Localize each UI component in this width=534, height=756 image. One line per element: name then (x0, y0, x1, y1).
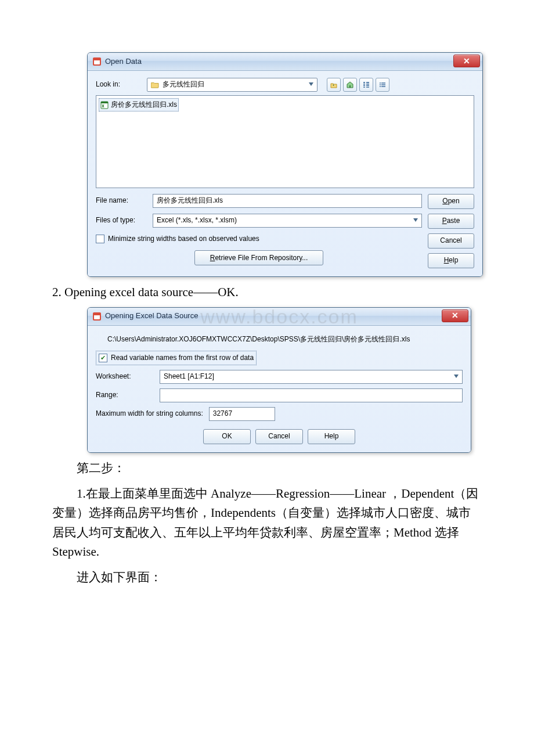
open-data-dialog: Open Data ✕ Look in: 多元线性回归 (87, 52, 483, 277)
lookin-toolbar (327, 78, 389, 92)
open-excel-dialog: Opening Excel Data Source ✕ www.bdocx.co… (87, 307, 471, 453)
filename-input[interactable]: 房价多元线性回归.xls (153, 194, 422, 208)
up-folder-icon (330, 81, 338, 89)
close-button[interactable]: ✕ (442, 309, 468, 322)
filetype-value: Excel (*.xls, *.xlsx, *.xlsm) (157, 215, 237, 226)
svg-rect-5 (363, 84, 365, 86)
home-button[interactable] (343, 78, 357, 92)
read-var-checkbox[interactable] (99, 354, 107, 362)
open-excel-body: C:\Users\Administrator.XOJ6OFMXTWCCX7Z\D… (88, 326, 471, 452)
app-icon (92, 57, 102, 66)
retrieve-label-rest: etrieve File From Repository... (215, 254, 308, 262)
svg-rect-17 (101, 102, 108, 103)
worksheet-select[interactable]: Sheet1 [A1:F12] (160, 370, 463, 384)
svg-rect-8 (366, 84, 369, 86)
details-view-icon (362, 81, 370, 89)
retrieve-button[interactable]: Retrieve File From Repository... (194, 250, 323, 265)
lookin-label: Look in: (96, 79, 142, 90)
worksheet-value: Sheet1 [A1:F12] (164, 371, 214, 382)
svg-rect-2 (94, 59, 100, 60)
svg-rect-6 (363, 87, 365, 88)
caption-open-excel: 2. Opening excel data source——OK. (52, 283, 482, 303)
svg-rect-3 (349, 85, 351, 88)
maxwidth-input[interactable]: 32767 (209, 407, 275, 421)
list-view-button[interactable] (376, 78, 389, 92)
lookin-value: 多元线性回归 (163, 79, 204, 90)
svg-rect-20 (94, 314, 100, 315)
close-icon: ✕ (452, 309, 459, 322)
filename-label: File name: (96, 195, 148, 206)
folder-icon (151, 81, 159, 88)
home-icon (346, 81, 354, 89)
file-list[interactable]: 房价多元线性回归.xls (96, 95, 474, 188)
chevron-down-icon (413, 218, 418, 222)
close-icon: ✕ (463, 55, 470, 67)
xls-file-icon (100, 101, 109, 109)
file-item-label: 房价多元线性回归.xls (111, 99, 177, 110)
svg-rect-15 (381, 86, 385, 87)
maxwidth-label: Maximum width for string columns: (96, 408, 203, 419)
maxwidth-value: 32767 (213, 408, 232, 419)
help-button[interactable]: Help (428, 253, 474, 268)
file-path: C:\Users\Administrator.XOJ6OFMXTWCCX7Z\D… (107, 334, 463, 345)
cancel-button[interactable]: Cancel (255, 429, 303, 444)
open-button[interactable]: Open (428, 194, 474, 209)
open-data-titlebar[interactable]: Open Data ✕ (88, 53, 482, 71)
svg-rect-14 (381, 84, 385, 85)
svg-rect-7 (366, 82, 369, 84)
details-view-button[interactable] (359, 78, 373, 92)
open-data-body: Look in: 多元线性回归 (88, 71, 482, 276)
help-button[interactable]: Help (308, 429, 355, 444)
paste-button[interactable]: Paste (428, 214, 474, 229)
step2-body: 1.在最上面菜单里面选中 Analyze——Regression——Linear… (52, 484, 482, 562)
up-folder-button[interactable] (327, 78, 341, 92)
range-label: Range: (96, 390, 154, 401)
chevron-down-icon (454, 375, 459, 378)
open-data-title: Open Data (105, 56, 142, 68)
step2-last: 进入如下界面： (52, 568, 482, 588)
lookin-dropdown[interactable]: 多元线性回归 (147, 78, 317, 92)
filetype-label: Files of type: (96, 215, 148, 226)
svg-rect-12 (380, 86, 381, 87)
minimize-checkbox[interactable] (96, 235, 104, 243)
read-var-label: Read variable names from the first row o… (111, 352, 254, 363)
filename-value: 房价多元线性回归.xls (157, 195, 223, 206)
range-input[interactable] (160, 388, 463, 402)
svg-rect-13 (381, 82, 385, 84)
read-var-row: Read variable names from the first row o… (96, 351, 257, 365)
worksheet-label: Worksheet: (96, 371, 154, 382)
minimize-label: Minimize string widths based on observed… (108, 233, 259, 244)
open-excel-titlebar[interactable]: Opening Excel Data Source ✕ www.bdocx.co… (88, 308, 471, 326)
file-item[interactable]: 房价多元线性回归.xls (99, 98, 179, 111)
svg-rect-9 (366, 87, 369, 88)
svg-rect-11 (380, 84, 381, 85)
filetype-select[interactable]: Excel (*.xls, *.xlsx, *.xlsm) (153, 214, 422, 228)
chevron-down-icon (309, 82, 313, 86)
svg-rect-4 (363, 82, 365, 84)
app-icon (92, 312, 102, 321)
list-view-icon (378, 81, 387, 89)
step2-heading: 第二步： (52, 459, 482, 478)
cancel-button[interactable]: Cancel (428, 233, 474, 249)
open-excel-title: Opening Excel Data Source (105, 310, 198, 322)
svg-rect-10 (380, 82, 381, 84)
close-button[interactable]: ✕ (453, 55, 480, 67)
ok-button[interactable]: OK (203, 429, 251, 444)
